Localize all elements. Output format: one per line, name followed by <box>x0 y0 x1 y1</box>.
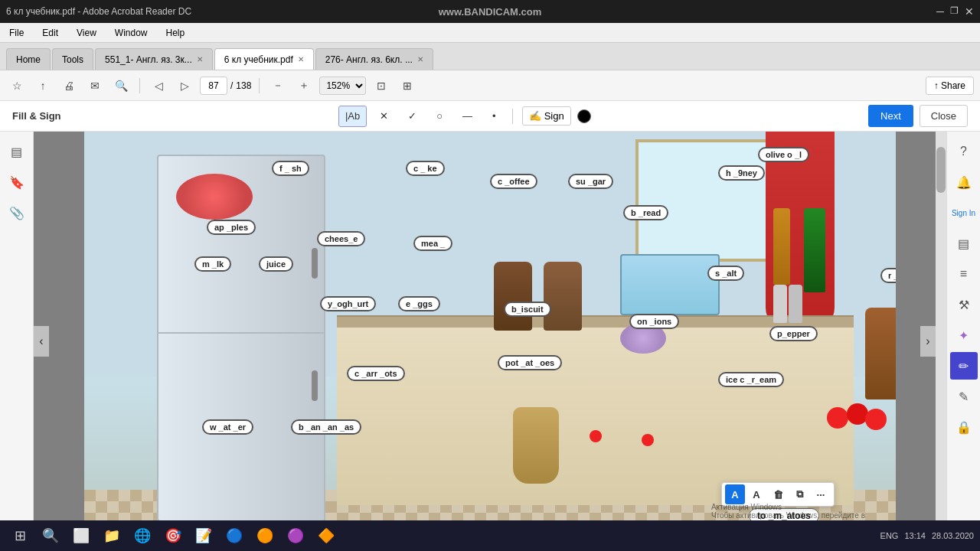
label-meat: mea _ <box>413 236 452 251</box>
zoom-out-btn[interactable]: － <box>267 75 289 96</box>
right-thumbnails-btn[interactable]: ▤ <box>950 230 978 257</box>
fillsign-toolbar: Fill & Sign |Ab ✕ ✓ ○ — • ✍ Sign Next Cl… <box>0 101 980 132</box>
file-explorer-btn[interactable]: 📁 <box>98 522 126 549</box>
popup-a1-btn[interactable]: A <box>725 484 745 504</box>
page-total: 138 <box>236 80 251 91</box>
close-btn[interactable]: Close <box>920 105 968 127</box>
tool-line-btn[interactable]: — <box>456 106 479 127</box>
label-coffee: c _offee <box>490 174 537 189</box>
app7-btn[interactable]: 🟣 <box>282 522 309 549</box>
share-btn[interactable]: ↑ Share <box>926 77 974 95</box>
close-btn[interactable]: ✕ <box>965 5 974 18</box>
tool-dot-btn[interactable]: • <box>485 106 503 127</box>
pdf-viewer: ‹ <box>34 132 946 551</box>
next-btn[interactable]: Next <box>868 105 913 127</box>
right-tools-btn[interactable]: ⚒ <box>950 291 978 318</box>
tab-tools[interactable]: Tools <box>52 48 93 70</box>
label-ice-cream: ice c _r_eam <box>718 372 784 387</box>
tab-doc2[interactable]: 6 кл учебник.pdf ✕ <box>214 48 314 70</box>
right-pen-btn[interactable]: ✏ <box>950 352 978 380</box>
fit-page-btn[interactable]: ⊡ <box>371 75 392 96</box>
label-potatoes: pot _at _oes <box>498 355 562 370</box>
menu-edit[interactable]: Edit <box>39 26 61 40</box>
tab-doc2-close[interactable]: ✕ <box>298 55 304 64</box>
app3-btn[interactable]: 🎯 <box>159 522 187 549</box>
app6-btn[interactable]: 🟠 <box>251 522 279 549</box>
right-comment-btn[interactable]: ✎ <box>950 383 978 410</box>
app5-btn[interactable]: 🔵 <box>220 522 248 549</box>
minimize-btn[interactable]: ─ <box>936 5 944 18</box>
tools-btn[interactable]: ⊞ <box>397 75 418 96</box>
right-notifications-btn[interactable]: 🔔 <box>950 168 978 196</box>
app8-btn[interactable]: 🔶 <box>312 522 340 549</box>
popup-a2-btn[interactable]: A <box>746 484 766 504</box>
zoom-in-btn[interactable]: ＋ <box>293 75 315 96</box>
tab-bar: Home Tools 551_1- Англ. яз. 3к... ✕ 6 кл… <box>0 43 980 70</box>
task-view-btn[interactable]: ⬜ <box>67 522 95 549</box>
label-eggs: e _ggs <box>398 296 440 311</box>
label-carrots: c _arr _ots <box>347 366 405 381</box>
right-protect-btn[interactable]: 🔒 <box>950 413 978 441</box>
popup-toolbar: A A 🗑 ⧉ ··· <box>721 482 835 507</box>
tab-doc3-label: 276- Англ. яз. 6кл. ... <box>325 54 413 65</box>
label-cake: c _ ke <box>406 161 445 176</box>
fs-sep <box>512 109 513 124</box>
label-onions: on _ions <box>629 314 679 329</box>
right-signin-btn[interactable]: Sign In <box>950 199 978 227</box>
upload-btn[interactable]: ↑ <box>32 75 54 96</box>
tool-circle-btn[interactable]: ○ <box>430 106 449 127</box>
tab-doc1-close[interactable]: ✕ <box>197 55 203 64</box>
sign-icon: ✍ <box>529 110 541 122</box>
prev-page-btn[interactable]: ◁ <box>148 75 169 96</box>
label-cheese: chees_e <box>317 231 365 246</box>
tab-home[interactable]: Home <box>6 48 51 70</box>
tab-doc1[interactable]: 551_1- Англ. яз. 3к... ✕ <box>95 48 213 70</box>
popup-copy-btn[interactable]: ⧉ <box>789 484 809 504</box>
menu-file[interactable]: File <box>6 26 27 40</box>
right-stamps-btn[interactable]: ✦ <box>950 321 978 349</box>
tab-doc3[interactable]: 276- Англ. яз. 6кл. ... ✕ <box>315 48 433 70</box>
scroll-thumb[interactable] <box>936 147 946 193</box>
zoom-select[interactable]: 152% 100% 75% 50% <box>319 77 366 95</box>
label-bananas: b _an _an _as <box>291 419 361 435</box>
print-btn[interactable]: 🖨 <box>58 75 80 96</box>
nav-arrow-left[interactable]: ‹ <box>34 326 49 357</box>
menu-window[interactable]: Window <box>112 26 151 40</box>
next-page-btn[interactable]: ▷ <box>174 75 195 96</box>
left-attachments-btn[interactable]: 📎 <box>3 199 31 227</box>
scroll-bar[interactable] <box>936 132 946 551</box>
popup-delete-btn[interactable]: 🗑 <box>768 484 788 504</box>
menu-bar: File Edit View Window Help <box>0 23 980 43</box>
app-title: 6 кл учебник.pdf - Adobe Acrobat Reader … <box>6 6 191 17</box>
right-help-btn[interactable]: ? <box>950 138 978 165</box>
left-pages-btn[interactable]: ▤ <box>3 138 31 165</box>
label-biscuit: b_iscuit <box>504 302 551 317</box>
nav-arrow-right[interactable]: › <box>920 326 936 357</box>
tab-doc2-label: 6 кл учебник.pdf <box>224 54 293 65</box>
window <box>635 139 773 262</box>
tab-doc3-close[interactable]: ✕ <box>417 55 423 64</box>
restore-btn[interactable]: ❐ <box>950 5 959 18</box>
bookmark-btn[interactable]: ☆ <box>6 75 28 96</box>
edge-btn[interactable]: 🌐 <box>129 522 156 549</box>
menu-view[interactable]: View <box>74 26 100 40</box>
popup-more-btn[interactable]: ··· <box>811 484 831 504</box>
color-picker[interactable] <box>577 109 591 123</box>
title-bar: 6 кл учебник.pdf - Adobe Acrobat Reader … <box>0 0 980 23</box>
email-btn[interactable]: ✉ <box>84 75 106 96</box>
page-input[interactable] <box>200 77 227 95</box>
toolbar-sep2 <box>259 78 260 93</box>
search-taskbar-btn[interactable]: 🔍 <box>37 522 64 549</box>
app4-btn[interactable]: 📝 <box>190 522 217 549</box>
start-btn[interactable]: ⊞ <box>6 522 34 549</box>
tool-text-btn[interactable]: |Ab <box>338 106 367 127</box>
left-bookmarks-btn[interactable]: 🔖 <box>3 168 31 196</box>
menu-help[interactable]: Help <box>163 26 188 40</box>
tool-check-btn[interactable]: ✓ <box>401 106 423 127</box>
watermark: www.BANDICAM.com <box>439 6 542 18</box>
sign-btn[interactable]: ✍ Sign <box>522 106 571 126</box>
right-layers-btn[interactable]: ≡ <box>950 260 978 288</box>
main-toolbar: ☆ ↑ 🖨 ✉ 🔍 ◁ ▷ / 138 － ＋ 152% 100% 75% 50… <box>0 70 980 101</box>
tool-x-btn[interactable]: ✕ <box>373 106 395 127</box>
search-btn[interactable]: 🔍 <box>110 75 132 96</box>
